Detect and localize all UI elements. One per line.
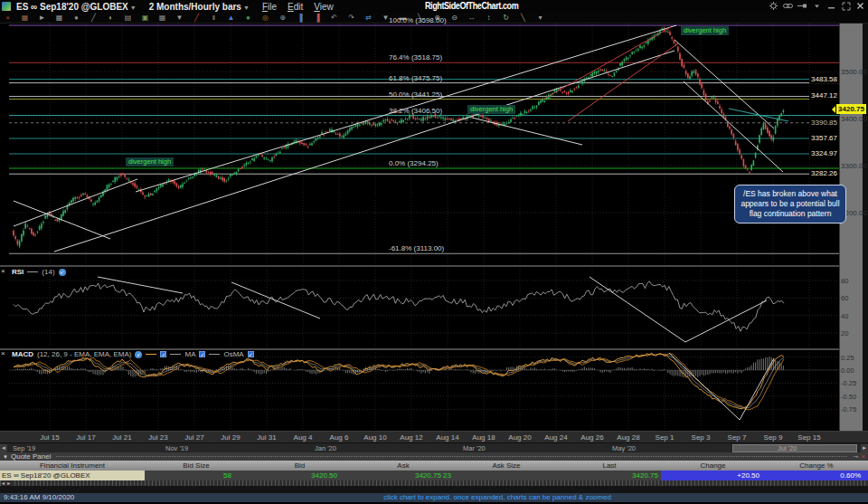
dropdown3-icon[interactable]: ▾ xyxy=(534,13,546,23)
snapshot-icon[interactable]: ▦ xyxy=(19,13,31,23)
price-axis[interactable] xyxy=(839,24,863,431)
quote-table-row[interactable]: ES ∞ Sep18'20 @GLOBEX583420.503420.75 23… xyxy=(0,471,868,480)
dropdown-icon[interactable]: ▼ xyxy=(174,13,185,23)
date-tick: Sep 7 xyxy=(721,433,753,442)
caret-down-icon[interactable] xyxy=(812,1,822,11)
column-header[interactable]: Change xyxy=(661,461,765,470)
grid-icon[interactable]: ▦ xyxy=(53,13,65,23)
restore-icon[interactable] xyxy=(841,1,851,11)
rsi-label: RSI xyxy=(12,268,24,276)
ma-line-sample xyxy=(170,354,181,355)
minimize-icon[interactable] xyxy=(826,1,836,11)
spacer xyxy=(0,486,868,493)
window-controls xyxy=(769,1,865,11)
note-icon[interactable]: ▤ xyxy=(122,13,134,23)
osma-checkbox[interactable]: ✓ xyxy=(248,351,254,357)
column-header[interactable]: Bid xyxy=(248,461,352,470)
zoom-out-icon[interactable]: ⊖ xyxy=(448,13,460,23)
ma-checkbox[interactable]: ✓ xyxy=(199,351,205,357)
annotation-callout: /ES has broken above what appears to be … xyxy=(734,185,846,223)
date-tick: Aug 10 xyxy=(359,433,392,442)
quote-cell-bid: 3420.50 xyxy=(248,471,352,480)
date-tick: Aug 18 xyxy=(467,433,500,442)
date-tick: Aug 26 xyxy=(576,433,609,442)
quote-panel-title: Quote Panel xyxy=(11,452,51,461)
app-icon xyxy=(2,2,11,11)
column-header[interactable]: Change % xyxy=(765,461,868,470)
ruler-icon[interactable]: ▬ xyxy=(397,13,409,23)
quote-cell-ask: 3420.75 23 xyxy=(352,471,455,480)
macd-settings-icon[interactable]: ✓ xyxy=(135,351,142,358)
undo-icon[interactable]: ↶ xyxy=(328,13,340,23)
image-icon[interactable]: ▣ xyxy=(139,13,151,23)
triangle-icon[interactable]: ▲ xyxy=(225,13,237,23)
collapse-icon[interactable]: ▼ xyxy=(3,454,8,460)
menu-file[interactable]: File xyxy=(262,2,277,12)
bars-icon[interactable]: ‖ xyxy=(208,13,220,23)
pencil-icon[interactable]: ╱ xyxy=(191,13,203,23)
target-icon[interactable]: ◎ xyxy=(259,13,271,23)
circle-draw-icon[interactable]: ◐ xyxy=(105,13,117,23)
timeframe-selector[interactable]: 2 Months/Hourly bars▼ xyxy=(149,2,250,12)
status-message: click chart to expand. once expanded, ch… xyxy=(181,493,814,502)
redo-icon[interactable]: ↷ xyxy=(345,13,357,23)
date-axis[interactable]: Jul 15Jul 17Jul 21Jul 23Jul 27Jul 29Jul … xyxy=(0,431,868,442)
macd-params: (12, 26, 9 - EMA, EMA, EMA) xyxy=(37,350,131,358)
anchor-icon[interactable]: ⊕ xyxy=(277,13,288,23)
chart-area[interactable]: 100.0% (3598.00)76.4% (3518.75)61.8% (34… xyxy=(0,24,868,431)
quote-cell-ask_size xyxy=(455,471,558,480)
scroll-right-icon[interactable]: ► xyxy=(861,444,868,452)
menu-edit[interactable]: Edit xyxy=(288,2,303,12)
symbol-label: ES ∞ Sep18'20 @GLOBEX xyxy=(16,2,128,12)
gear-icon[interactable] xyxy=(769,1,778,11)
date-tick: Aug 24 xyxy=(540,433,572,442)
symbol-selector[interactable]: ES ∞ Sep18'20 @GLOBEX▼ xyxy=(16,2,137,12)
column-header[interactable]: Bid Size xyxy=(145,461,248,470)
quote-cell-change: +20.50 xyxy=(661,471,765,480)
menu-view[interactable]: View xyxy=(314,2,334,12)
brush-icon[interactable]: ╱ xyxy=(88,13,99,23)
hand-icon[interactable]: ● xyxy=(71,13,82,23)
link-icon[interactable] xyxy=(783,1,793,11)
drawing-toolbar: ×▦►▦●╱◐▤▣▦▼╱‖▲●◎⊕▐▐↶↷⇄▼▬╲⊕⊖↔↕↻╲▾ xyxy=(0,13,868,24)
expand-h-icon[interactable]: ↔ xyxy=(466,13,477,23)
rsi-close-icon[interactable]: × xyxy=(1,268,8,275)
layout-icon[interactable]: ▦ xyxy=(156,13,168,23)
zoom-in-icon[interactable]: ⊕ xyxy=(431,13,443,23)
column-header[interactable]: Ask xyxy=(352,461,455,470)
pointer-icon[interactable]: ► xyxy=(36,13,48,23)
scroll-left-icon[interactable]: ◄ xyxy=(0,444,7,452)
chart-canvas[interactable] xyxy=(0,24,868,431)
column-header[interactable]: Ask Size xyxy=(455,461,558,470)
close-tool-icon[interactable]: × xyxy=(2,13,14,23)
pin-icon[interactable] xyxy=(797,1,807,11)
osma-line-sample xyxy=(209,354,220,355)
globe-icon[interactable]: ● xyxy=(242,13,254,23)
refresh-icon[interactable]: ↻ xyxy=(500,13,512,23)
watermark: RightSideOfTheChart.com xyxy=(425,0,518,11)
date-tick: Aug 20 xyxy=(504,433,536,442)
date-tick: Aug 14 xyxy=(431,433,464,442)
macd-close-icon[interactable]: × xyxy=(1,350,8,357)
close-icon[interactable] xyxy=(855,1,865,11)
panel-blue-icon[interactable]: ▐ xyxy=(294,13,306,23)
quote-panel-header[interactable]: ▼ Quote Panel ⊸ × xyxy=(0,452,868,461)
chevron-down-icon: ▼ xyxy=(243,5,250,11)
sync-icon[interactable]: ⇄ xyxy=(363,13,374,23)
dropdown2-icon[interactable]: ▼ xyxy=(380,13,392,23)
macd-checkbox[interactable]: ✓ xyxy=(160,351,166,357)
rsi-params: (14) xyxy=(42,268,54,276)
panel-red-icon[interactable]: ▐ xyxy=(311,13,323,23)
close-icon[interactable]: × xyxy=(861,452,865,461)
expand-v-icon[interactable]: ↕ xyxy=(483,13,495,23)
rsi-settings-icon[interactable]: ✓ xyxy=(59,269,66,276)
trendline-icon[interactable]: ╲ xyxy=(414,13,426,23)
chart-scrollbar[interactable]: Sep '19Nov '19Jan '20Mar '20May '20Jul '… xyxy=(0,442,868,452)
column-header[interactable]: Financial Instrument xyxy=(0,461,145,470)
key-icon[interactable]: ╲ xyxy=(517,13,529,23)
column-header[interactable]: Last xyxy=(558,461,661,470)
timeframe-label: 2 Months/Hourly bars xyxy=(149,2,241,12)
scrollbar-period-label: Nov '19 xyxy=(165,444,188,452)
pin-icon[interactable]: ⊸ xyxy=(853,453,858,461)
chevron-down-icon: ▼ xyxy=(130,5,137,11)
